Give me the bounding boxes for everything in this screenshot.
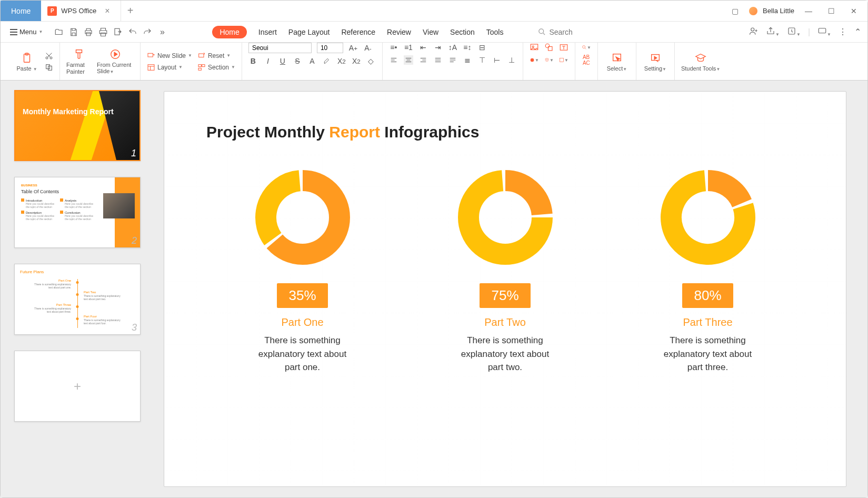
save-icon[interactable] — [69, 27, 78, 37]
qat-more-icon[interactable]: » — [157, 27, 167, 37]
decrease-indent-button[interactable]: ⇤ — [418, 43, 428, 52]
select-button[interactable]: Select▼ — [604, 52, 630, 72]
subscript-button[interactable]: X2 — [352, 56, 361, 66]
svg-point-1 — [539, 29, 544, 34]
document-tab[interactable]: P WPS Office × — [41, 1, 121, 21]
numbering-button[interactable]: ≡1 — [404, 43, 413, 52]
percent-badge: 80% — [682, 283, 733, 308]
tab-reference[interactable]: Reference — [341, 26, 375, 38]
menu-button[interactable]: Menu ▼ — [7, 26, 46, 38]
donut-column-3[interactable]: 80% Part Three There is something explan… — [655, 167, 761, 374]
highlight-button[interactable] — [322, 56, 332, 66]
tab-home[interactable]: Home — [212, 26, 246, 38]
bold-button[interactable]: B — [248, 56, 258, 66]
layout-button[interactable]: Layout▼ — [147, 63, 192, 72]
export-icon[interactable] — [113, 27, 123, 37]
align-left-button[interactable] — [389, 55, 398, 65]
part-description: There is something explanatory text abou… — [655, 334, 761, 374]
align-center-button[interactable] — [404, 55, 413, 65]
shapes-button[interactable] — [544, 43, 554, 52]
decrease-font-icon[interactable]: A- — [363, 43, 373, 53]
distribute-button[interactable] — [448, 55, 457, 65]
undo-icon[interactable] — [128, 27, 137, 37]
user-avatar[interactable] — [749, 7, 757, 15]
window-layout-icon[interactable]: ▢ — [726, 5, 744, 17]
history-icon[interactable]: ▼ — [787, 26, 801, 38]
new-tab-button[interactable]: + — [121, 5, 140, 17]
donut-column-2[interactable]: 75% Part Two There is something explanat… — [453, 167, 558, 374]
add-user-icon[interactable] — [749, 26, 759, 38]
redo-icon[interactable] — [143, 27, 152, 37]
share-icon[interactable]: ▼ — [766, 26, 780, 38]
text-box-button[interactable] — [559, 43, 568, 52]
text-direction-button[interactable]: ↕A — [448, 43, 457, 52]
font-size-select[interactable] — [317, 43, 343, 53]
bullets-button[interactable]: ≡• — [389, 43, 398, 52]
align-top-button[interactable]: ⊤ — [477, 55, 487, 65]
slide-thumb-2[interactable]: BUSINESS Table Of Contents IntroductionH… — [14, 177, 141, 248]
tab-page-layout[interactable]: Page Layout — [288, 26, 330, 38]
cut-button[interactable] — [45, 52, 53, 60]
line-spacing-button[interactable]: ≡↕ — [463, 43, 472, 52]
setting-button[interactable]: Setting▼ — [643, 52, 668, 72]
tab-insert[interactable]: Insert — [258, 26, 277, 38]
home-tab-button[interactable]: Home — [1, 1, 41, 21]
tab-section[interactable]: Section — [450, 26, 475, 38]
superscript-button[interactable]: X2 — [337, 56, 346, 66]
clear-formatting-button[interactable]: ◇ — [366, 56, 376, 66]
search-input[interactable] — [549, 28, 612, 36]
maximize-button[interactable]: ☐ — [823, 5, 840, 17]
italic-button[interactable]: I — [263, 56, 273, 66]
open-folder-icon[interactable] — [54, 27, 64, 37]
align-middle-button[interactable]: ⊢ — [492, 55, 502, 65]
arrange-button[interactable]: ▼ — [544, 55, 554, 65]
columns-button[interactable]: ≣ — [463, 55, 472, 65]
copy-button[interactable] — [45, 63, 53, 72]
replace-button[interactable]: ABAC — [582, 55, 591, 65]
align-text-button[interactable]: ⊟ — [477, 43, 487, 52]
align-right-button[interactable] — [418, 55, 428, 65]
collapse-ribbon-icon[interactable]: ⌃ — [854, 27, 861, 37]
donut-column-1[interactable]: 35% Part One There is something explanat… — [250, 167, 355, 374]
close-window-button[interactable]: ✕ — [845, 5, 862, 17]
print-icon[interactable] — [98, 27, 108, 37]
play-from-current-button[interactable]: From Current Slide▼ — [97, 48, 134, 75]
slide-thumb-1[interactable]: Monthly Marketing Report 1 — [14, 90, 141, 161]
strikethrough-button[interactable]: S — [293, 56, 302, 66]
reset-button[interactable]: Reset▼ — [197, 52, 235, 60]
slide-thumbnail-panel[interactable]: Monthly Marketing Report 1 BUSINESS Tabl… — [1, 81, 158, 497]
justify-button[interactable] — [433, 55, 443, 65]
new-slide-button[interactable]: New Slide▼ — [147, 52, 192, 60]
tab-review[interactable]: Review — [387, 26, 411, 38]
picture-button[interactable] — [530, 43, 539, 52]
search-box[interactable] — [538, 28, 612, 36]
student-tools-button[interactable]: Student Tools▼ — [681, 52, 720, 72]
slide-canvas[interactable]: Project Monthly Report Infographics 35% … — [164, 91, 846, 487]
close-tab-button[interactable]: × — [101, 6, 114, 16]
slide-title[interactable]: Project Monthly Report Infographics — [206, 123, 804, 141]
underline-button[interactable]: U — [278, 56, 287, 66]
outline-button[interactable]: ▼ — [559, 55, 568, 65]
tab-tools[interactable]: Tools — [486, 26, 504, 38]
user-name[interactable]: Bella Little — [763, 7, 794, 15]
more-icon[interactable]: ⋮ — [839, 27, 847, 37]
fill-button[interactable]: ▼ — [530, 55, 539, 65]
font-select[interactable] — [248, 43, 312, 53]
paste-button[interactable]: Paste ▼ — [14, 52, 39, 72]
donut-chart-3[interactable] — [658, 167, 758, 267]
minimize-button[interactable]: — — [800, 5, 817, 17]
find-button[interactable]: ▼ — [582, 43, 591, 52]
print-preview-icon[interactable] — [84, 27, 93, 37]
donut-chart-2[interactable] — [455, 167, 555, 267]
increase-font-icon[interactable]: A+ — [348, 43, 358, 53]
message-icon[interactable]: ▼ — [817, 26, 831, 38]
donut-chart-1[interactable] — [253, 167, 353, 267]
align-bottom-button[interactable]: ⊥ — [507, 55, 516, 65]
format-painter-button[interactable]: Farmat Painter — [66, 48, 92, 74]
section-button[interactable]: Section▼ — [197, 63, 235, 72]
tab-view[interactable]: View — [423, 26, 438, 38]
increase-indent-button[interactable]: ⇥ — [433, 43, 443, 52]
slide-thumb-3[interactable]: Future Plans Part OneThere is something … — [14, 264, 141, 335]
new-slide-thumb[interactable]: + — [14, 351, 141, 422]
font-color-button[interactable]: A — [307, 56, 317, 66]
